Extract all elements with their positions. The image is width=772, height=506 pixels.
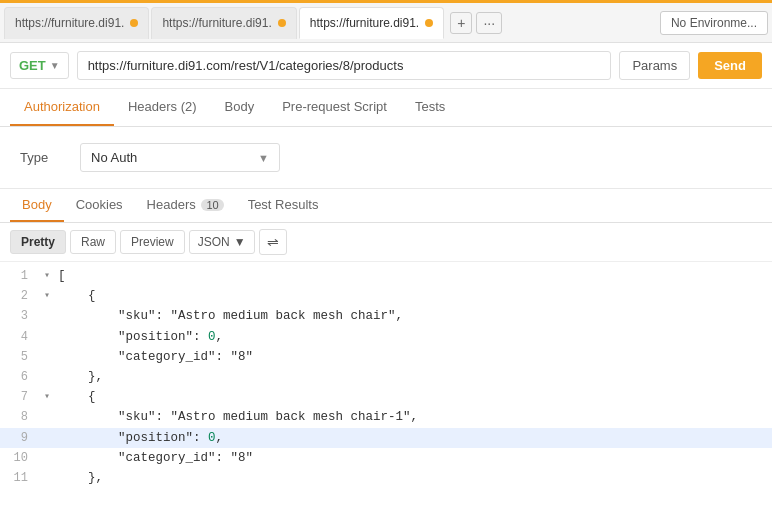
tab-3-label: https://furniture.di91.	[310, 16, 419, 30]
wrap-icon: ⇌	[267, 234, 279, 250]
tab-authorization[interactable]: Authorization	[10, 89, 114, 126]
json-code-area: 1▾[2▾ {3 "sku": "Astro medium back mesh …	[0, 262, 772, 492]
code-line-6: 6 },	[0, 367, 772, 387]
tab-1-dot	[130, 19, 138, 27]
line-number-7: 7	[0, 387, 40, 407]
browser-tab-3[interactable]: https://furniture.di91.	[299, 7, 444, 39]
auth-type-selector[interactable]: No Auth ▼	[80, 143, 280, 172]
auth-section: Type No Auth ▼	[0, 127, 772, 189]
headers-count-badge: 10	[201, 199, 223, 211]
format-selector[interactable]: JSON ▼	[189, 230, 255, 254]
code-line-9: 9 "position": 0,	[0, 428, 772, 448]
response-tabs: Body Cookies Headers 10 Test Results	[0, 189, 772, 223]
line-toggle-11	[40, 468, 54, 488]
auth-type-label: Type	[20, 150, 60, 165]
tab-1-label: https://furniture.di91.	[15, 16, 124, 30]
tab-headers[interactable]: Headers (2)	[114, 89, 211, 126]
line-toggle-9	[40, 428, 54, 448]
tab-2-label: https://furniture.di91.	[162, 16, 271, 30]
resp-tab-body[interactable]: Body	[10, 189, 64, 222]
environment-selector[interactable]: No Environme...	[660, 11, 768, 35]
browser-tabs-bar: https://furniture.di91. https://furnitur…	[0, 3, 772, 43]
add-tab-button[interactable]: +	[450, 12, 472, 34]
line-content-3: "sku": "Astro medium back mesh chair",	[54, 306, 403, 326]
line-content-6: },	[54, 367, 103, 387]
line-toggle-7[interactable]: ▾	[40, 387, 54, 407]
line-number-2: 2	[0, 286, 40, 306]
line-content-10: "category_id": "8"	[54, 448, 253, 468]
line-number-6: 6	[0, 367, 40, 387]
request-tabs: Authorization Headers (2) Body Pre-reque…	[0, 89, 772, 127]
method-selector[interactable]: GET ▼	[10, 52, 69, 79]
tab-tests[interactable]: Tests	[401, 89, 459, 126]
line-number-3: 3	[0, 306, 40, 326]
line-number-10: 10	[0, 448, 40, 468]
code-line-2: 2▾ {	[0, 286, 772, 306]
line-content-7: {	[54, 387, 96, 407]
code-line-7: 7▾ {	[0, 387, 772, 407]
code-line-3: 3 "sku": "Astro medium back mesh chair",	[0, 306, 772, 326]
line-content-1: [	[54, 266, 66, 286]
line-content-8: "sku": "Astro medium back mesh chair-1",	[54, 407, 418, 427]
line-toggle-2[interactable]: ▾	[40, 286, 54, 306]
method-label: GET	[19, 58, 46, 73]
resp-tab-headers[interactable]: Headers 10	[135, 189, 236, 222]
preview-button[interactable]: Preview	[120, 230, 185, 254]
line-number-5: 5	[0, 347, 40, 367]
format-label: JSON	[198, 235, 230, 249]
line-toggle-6	[40, 367, 54, 387]
send-button[interactable]: Send	[698, 52, 762, 79]
line-toggle-3	[40, 306, 54, 326]
browser-tab-2[interactable]: https://furniture.di91.	[151, 7, 296, 39]
raw-button[interactable]: Raw	[70, 230, 116, 254]
code-line-11: 11 },	[0, 468, 772, 488]
tab-2-dot	[278, 19, 286, 27]
url-input[interactable]	[77, 51, 612, 80]
line-content-4: "position": 0,	[54, 327, 223, 347]
line-toggle-1[interactable]: ▾	[40, 266, 54, 286]
code-line-10: 10 "category_id": "8"	[0, 448, 772, 468]
line-number-9: 9	[0, 428, 40, 448]
tab-3-dot	[425, 19, 433, 27]
resp-tab-cookies[interactable]: Cookies	[64, 189, 135, 222]
code-line-5: 5 "category_id": "8"	[0, 347, 772, 367]
resp-tab-testresults[interactable]: Test Results	[236, 189, 331, 222]
tab-prerequest[interactable]: Pre-request Script	[268, 89, 401, 126]
pretty-button[interactable]: Pretty	[10, 230, 66, 254]
tab-body[interactable]: Body	[211, 89, 269, 126]
more-tabs-button[interactable]: ···	[476, 12, 502, 34]
format-chevron-icon: ▼	[234, 235, 246, 249]
auth-row: Type No Auth ▼	[20, 143, 752, 172]
code-line-8: 8 "sku": "Astro medium back mesh chair-1…	[0, 407, 772, 427]
tab-actions: + ···	[450, 12, 502, 34]
line-toggle-5	[40, 347, 54, 367]
line-toggle-8	[40, 407, 54, 427]
code-line-4: 4 "position": 0,	[0, 327, 772, 347]
line-content-2: {	[54, 286, 96, 306]
code-toolbar: Pretty Raw Preview JSON ▼ ⇌	[0, 223, 772, 262]
line-number-11: 11	[0, 468, 40, 488]
line-number-4: 4	[0, 327, 40, 347]
line-number-1: 1	[0, 266, 40, 286]
code-line-1: 1▾[	[0, 266, 772, 286]
line-content-5: "category_id": "8"	[54, 347, 253, 367]
auth-selected-value: No Auth	[91, 150, 137, 165]
params-button[interactable]: Params	[619, 51, 690, 80]
wrap-button[interactable]: ⇌	[259, 229, 287, 255]
line-toggle-10	[40, 448, 54, 468]
line-content-9: "position": 0,	[54, 428, 223, 448]
method-chevron-icon: ▼	[50, 60, 60, 71]
auth-chevron-icon: ▼	[258, 152, 269, 164]
line-content-11: },	[54, 468, 103, 488]
browser-tab-1[interactable]: https://furniture.di91.	[4, 7, 149, 39]
line-toggle-4	[40, 327, 54, 347]
line-number-8: 8	[0, 407, 40, 427]
request-bar: GET ▼ Params Send	[0, 43, 772, 89]
